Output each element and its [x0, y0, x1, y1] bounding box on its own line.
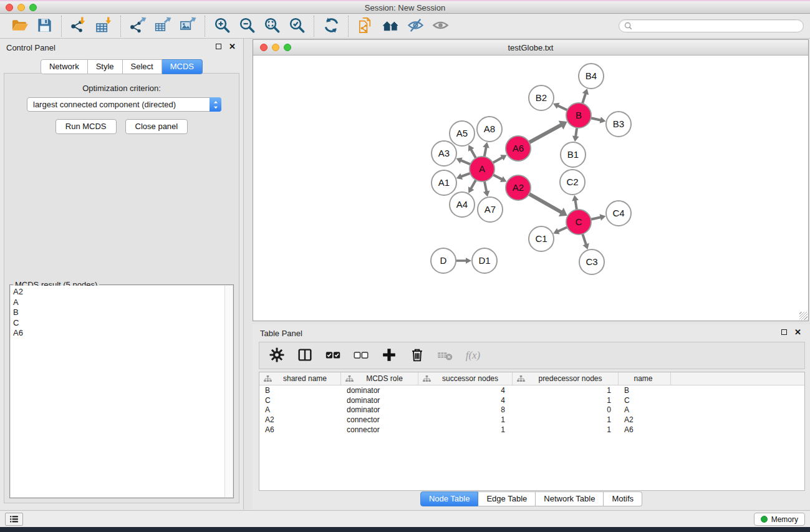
column-header-name[interactable]: name	[619, 372, 671, 385]
column-header-successor-nodes[interactable]: successor nodes	[418, 372, 513, 385]
zoom-in-button[interactable]	[210, 16, 234, 37]
home-button[interactable]	[378, 16, 403, 37]
search-input[interactable]	[635, 21, 798, 31]
zoom-out-button[interactable]	[234, 16, 259, 37]
edge-C-C1[interactable]	[557, 227, 568, 232]
open-file-button[interactable]	[7, 16, 32, 37]
column-header-mcds-role[interactable]: MCDS role	[341, 372, 418, 385]
mcds-result-list[interactable]: A2ABCA6	[11, 286, 233, 497]
mcds-result-item[interactable]: A6	[13, 328, 233, 339]
hide-details-button[interactable]	[403, 16, 428, 37]
table-cell: 1	[418, 425, 513, 434]
split-panel-button[interactable]	[296, 346, 314, 365]
float-table-panel-icon[interactable]	[781, 329, 787, 335]
tab-network[interactable]: Network	[41, 59, 88, 74]
edge-A6-B[interactable]	[529, 125, 562, 143]
edge-B-B3[interactable]	[591, 118, 602, 120]
edge-A-A3[interactable]	[460, 160, 471, 165]
close-table-panel-icon[interactable]: ✕	[794, 329, 801, 335]
tab-network-table[interactable]: Network Table	[536, 491, 604, 506]
edge-A-A8[interactable]	[485, 147, 486, 158]
tab-motifs[interactable]: Motifs	[604, 491, 642, 506]
table-row[interactable]: A6connector11A6	[259, 425, 804, 435]
task-history-button[interactable]	[5, 513, 23, 526]
tab-select[interactable]: Select	[123, 59, 162, 74]
hide-details-icon	[407, 16, 425, 36]
edge-A-A7[interactable]	[485, 181, 487, 193]
edge-C-C3[interactable]	[582, 233, 586, 245]
run-mcds-button[interactable]: Run MCDS	[55, 119, 117, 134]
edge-B-B1[interactable]	[576, 127, 577, 137]
list-icon	[9, 515, 19, 524]
close-panel-button[interactable]: Close panel	[125, 119, 188, 134]
edge-A-A1[interactable]	[460, 173, 471, 177]
scrollbar-track[interactable]	[224, 286, 233, 497]
arrowhead-icon	[483, 142, 489, 148]
edge-A2-C[interactable]	[529, 193, 562, 213]
column-header-predecessor-nodes[interactable]: predecessor nodes	[513, 372, 619, 385]
edge-A-A6[interactable]	[493, 157, 503, 163]
network-from-file-button[interactable]	[353, 16, 378, 37]
table-row[interactable]: Adominator80A	[259, 405, 804, 415]
tab-edge-table[interactable]: Edge Table	[478, 491, 536, 506]
network-canvas[interactable]: AA1A2A3A4A5A6A7A8BB1B2B3B4CC1C2C3C4DD1	[253, 56, 808, 321]
float-panel-icon[interactable]	[216, 44, 221, 49]
graph-node-label: D1	[478, 255, 490, 266]
tab-node-table[interactable]: Node Table	[420, 491, 479, 506]
edge-B-B4[interactable]	[582, 93, 586, 104]
memory-label: Memory	[771, 515, 798, 524]
table-row[interactable]: Cdominator41C	[259, 395, 804, 405]
close-panel-icon[interactable]: ✕	[229, 44, 236, 49]
import-network-button[interactable]	[66, 16, 91, 37]
column-header-shared-name[interactable]: shared name	[259, 372, 341, 385]
edge-C-C4[interactable]	[591, 217, 602, 220]
zoom-fit-button[interactable]	[259, 16, 284, 37]
deselect-all-checkboxes-icon	[352, 346, 370, 365]
table-row[interactable]: Bdominator41B	[259, 385, 804, 395]
edge-C-C2[interactable]	[575, 200, 577, 211]
settings-button[interactable]	[268, 346, 286, 365]
control-panel: Control Panel ✕ NetworkStyleSelectMCDS O…	[0, 39, 244, 510]
app-title: Session: New Session	[0, 3, 810, 12]
tab-mcds[interactable]: MCDS	[162, 59, 203, 74]
export-network-icon	[129, 16, 147, 36]
deselect-all-checkboxes-button[interactable]	[352, 346, 370, 365]
delete-table-button	[436, 346, 455, 365]
table-toolbar: f(x)	[259, 342, 805, 369]
mcds-result-item[interactable]: C	[13, 318, 233, 329]
mcds-result-item[interactable]: A	[13, 297, 233, 308]
mcds-result-item[interactable]: B	[13, 307, 233, 318]
save-button[interactable]	[32, 16, 57, 37]
search-field[interactable]	[619, 19, 804, 32]
graph-node-label: C2	[566, 177, 578, 187]
add-column-button[interactable]	[380, 346, 398, 365]
export-table-button[interactable]	[150, 16, 175, 37]
network-graph: AA1A2A3A4A5A6A7A8BB1B2B3B4CC1C2C3C4DD1	[253, 56, 808, 321]
table-row[interactable]: A2connector11A2	[259, 415, 804, 425]
show-details-button[interactable]	[428, 16, 453, 37]
mcds-result-item[interactable]: A2	[13, 287, 233, 297]
edge-B-B2[interactable]	[557, 105, 567, 110]
graph-node-label: A4	[456, 199, 468, 210]
tab-style[interactable]: Style	[88, 59, 123, 74]
zoom-selected-button[interactable]	[284, 16, 309, 37]
toolbar-group	[120, 16, 205, 37]
network-window-titlebar[interactable]: testGlobe.txt	[253, 40, 808, 56]
graph-node-label: C	[576, 216, 582, 227]
resize-grip[interactable]	[799, 312, 808, 320]
refresh-button[interactable]	[319, 16, 344, 37]
edge-A-A4[interactable]	[471, 180, 476, 190]
export-image-button[interactable]	[175, 16, 200, 37]
criterion-dropdown[interactable]: largest connected component (directed)	[27, 97, 221, 112]
edge-A-A5[interactable]	[471, 148, 476, 158]
graph-node-label: D	[440, 255, 447, 266]
export-image-icon	[179, 16, 197, 36]
export-network-button[interactable]	[125, 16, 150, 37]
table-cell: A6	[619, 425, 671, 434]
edge-A-A2[interactable]	[493, 175, 503, 180]
select-all-checkboxes-button[interactable]	[324, 346, 342, 365]
memory-button[interactable]: Memory	[754, 513, 805, 526]
delete-column-button[interactable]	[408, 346, 427, 365]
graph-node-label: A2	[513, 182, 524, 193]
import-table-button[interactable]	[91, 16, 116, 37]
